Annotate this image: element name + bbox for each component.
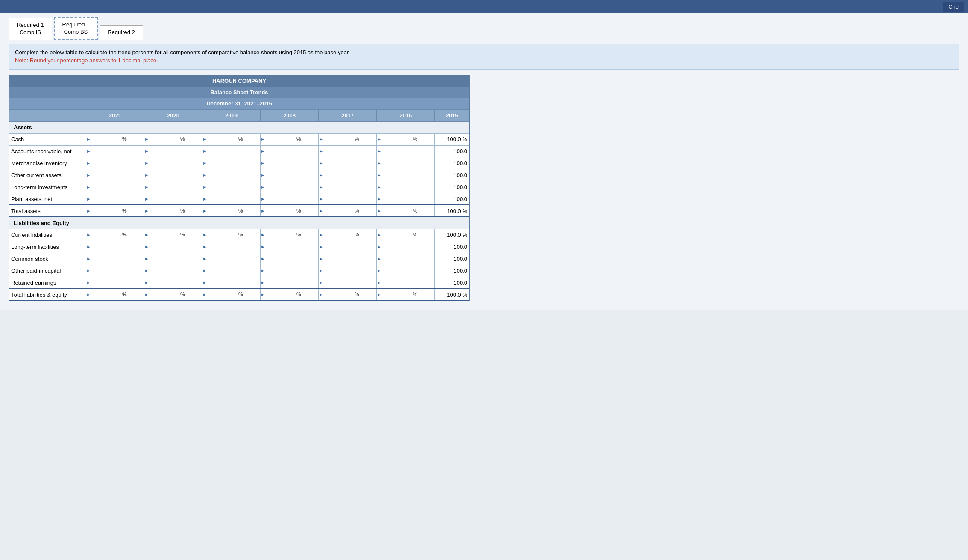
tab-required1-comp-bs[interactable]: Required 1 Comp BS bbox=[54, 17, 98, 40]
input-cell-oca-2017[interactable]: ► bbox=[319, 169, 377, 181]
input-cell-cs-2018[interactable]: ► bbox=[261, 253, 319, 265]
input-opic-2017[interactable] bbox=[324, 265, 354, 276]
input-cell-ar-2020[interactable]: ► bbox=[144, 145, 202, 157]
input-ar-2021[interactable] bbox=[91, 146, 121, 156]
input-cs-2019[interactable] bbox=[208, 254, 238, 264]
input-re-2016[interactable] bbox=[382, 277, 412, 288]
input-cell-re-2020[interactable]: ► bbox=[144, 277, 202, 289]
input-cell-re-2018[interactable]: ► bbox=[261, 277, 319, 289]
input-ar-2018[interactable] bbox=[266, 146, 296, 156]
input-cell-opic-2019[interactable]: ► bbox=[202, 265, 261, 277]
input-cell-lti-2016[interactable]: ► bbox=[377, 181, 435, 193]
input-cs-2021[interactable] bbox=[91, 254, 121, 264]
input-cell-cl-2019[interactable]: ► % bbox=[202, 229, 261, 241]
input-cell-ar-2017[interactable]: ► bbox=[319, 145, 377, 157]
input-cl-2020[interactable] bbox=[150, 230, 179, 240]
input-lti-2019[interactable] bbox=[208, 182, 238, 192]
input-cell-lti-2017[interactable]: ► bbox=[319, 181, 377, 193]
input-cell-tle-2016[interactable]: ► % bbox=[377, 289, 435, 300]
input-cs-2018[interactable] bbox=[266, 254, 296, 264]
input-cell-oca-2018[interactable]: ► bbox=[261, 169, 319, 181]
input-cell-lti-2018[interactable]: ► bbox=[261, 181, 319, 193]
input-oca-2017[interactable] bbox=[324, 170, 354, 180]
input-opic-2018[interactable] bbox=[266, 265, 296, 276]
input-cell-cash-2019[interactable]: ► % bbox=[202, 133, 261, 145]
input-ll-2018[interactable] bbox=[266, 242, 296, 252]
input-cell-cl-2020[interactable]: ► % bbox=[144, 229, 202, 241]
input-oca-2016[interactable] bbox=[382, 170, 412, 180]
input-ar-2017[interactable] bbox=[324, 146, 354, 156]
input-cell-mi-2016[interactable]: ► bbox=[377, 157, 435, 169]
input-cash-2021[interactable] bbox=[91, 134, 121, 144]
input-cell-tle-2019[interactable]: ► % bbox=[202, 289, 261, 300]
input-lti-2021[interactable] bbox=[91, 182, 121, 192]
input-cell-ta-2021[interactable]: ► % bbox=[86, 205, 144, 217]
input-cell-ar-2021[interactable]: ► bbox=[86, 145, 144, 157]
input-oca-2018[interactable] bbox=[266, 170, 296, 180]
input-opic-2021[interactable] bbox=[91, 265, 121, 276]
input-mi-2017[interactable] bbox=[324, 158, 354, 168]
input-tle-2017[interactable] bbox=[324, 289, 354, 300]
input-ta-2021[interactable] bbox=[91, 206, 121, 216]
input-cell-opic-2018[interactable]: ► bbox=[261, 265, 319, 277]
input-ll-2021[interactable] bbox=[91, 242, 121, 252]
input-re-2019[interactable] bbox=[208, 277, 238, 288]
input-cell-pa-2020[interactable]: ► bbox=[144, 193, 202, 205]
input-cell-ar-2018[interactable]: ► bbox=[261, 145, 319, 157]
input-mi-2019[interactable] bbox=[208, 158, 238, 168]
input-cell-opic-2017[interactable]: ► bbox=[319, 265, 377, 277]
input-cell-cash-2016[interactable]: ► % bbox=[377, 133, 435, 145]
input-cell-opic-2021[interactable]: ► bbox=[86, 265, 144, 277]
input-cell-pa-2018[interactable]: ► bbox=[261, 193, 319, 205]
input-cell-oca-2016[interactable]: ► bbox=[377, 169, 435, 181]
input-lti-2018[interactable] bbox=[266, 182, 296, 192]
input-cell-tle-2021[interactable]: ► % bbox=[86, 289, 144, 300]
input-cell-cl-2021[interactable]: ► % bbox=[86, 229, 144, 241]
input-opic-2016[interactable] bbox=[382, 265, 412, 276]
input-cell-cs-2020[interactable]: ► bbox=[144, 253, 202, 265]
input-cell-cash-2020[interactable]: ► % bbox=[144, 133, 202, 145]
input-cell-cash-2018[interactable]: ► % bbox=[261, 133, 319, 145]
input-ll-2020[interactable] bbox=[150, 242, 179, 252]
input-cell-pa-2019[interactable]: ► bbox=[202, 193, 261, 205]
input-tle-2016[interactable] bbox=[382, 289, 412, 300]
input-cell-ll-2020[interactable]: ► bbox=[144, 241, 202, 253]
check-button[interactable]: Che bbox=[943, 2, 964, 12]
input-cell-cs-2017[interactable]: ► bbox=[319, 253, 377, 265]
input-cell-ta-2018[interactable]: ► % bbox=[261, 205, 319, 217]
input-lti-2020[interactable] bbox=[150, 182, 179, 192]
input-re-2020[interactable] bbox=[150, 277, 179, 288]
input-cell-cs-2016[interactable]: ► bbox=[377, 253, 435, 265]
input-mi-2016[interactable] bbox=[382, 158, 412, 168]
input-cell-mi-2021[interactable]: ► bbox=[86, 157, 144, 169]
input-cl-2018[interactable] bbox=[266, 230, 296, 240]
input-cell-ll-2016[interactable]: ► bbox=[377, 241, 435, 253]
input-re-2018[interactable] bbox=[266, 277, 296, 288]
input-cell-ll-2017[interactable]: ► bbox=[319, 241, 377, 253]
tab-required2[interactable]: Required 2 bbox=[100, 25, 143, 40]
input-cell-cl-2016[interactable]: ► % bbox=[377, 229, 435, 241]
input-ar-2020[interactable] bbox=[150, 146, 179, 156]
input-cl-2017[interactable] bbox=[324, 230, 354, 240]
input-cl-2021[interactable] bbox=[91, 230, 121, 240]
input-cell-ll-2018[interactable]: ► bbox=[261, 241, 319, 253]
input-mi-2020[interactable] bbox=[150, 158, 179, 168]
input-cell-tle-2017[interactable]: ► % bbox=[319, 289, 377, 300]
input-tle-2018[interactable] bbox=[266, 289, 296, 300]
input-cell-cl-2018[interactable]: ► % bbox=[261, 229, 319, 241]
input-cash-2016[interactable] bbox=[382, 134, 412, 144]
input-cell-cs-2019[interactable]: ► bbox=[202, 253, 261, 265]
input-cell-ar-2019[interactable]: ► bbox=[202, 145, 261, 157]
input-pa-2021[interactable] bbox=[91, 194, 121, 204]
input-ta-2016[interactable] bbox=[382, 206, 412, 216]
input-ta-2020[interactable] bbox=[150, 206, 179, 216]
input-cell-ll-2021[interactable]: ► bbox=[86, 241, 144, 253]
input-cl-2016[interactable] bbox=[382, 230, 412, 240]
input-cell-ta-2019[interactable]: ► % bbox=[202, 205, 261, 217]
input-mi-2021[interactable] bbox=[91, 158, 121, 168]
input-cs-2017[interactable] bbox=[324, 254, 354, 264]
input-cell-oca-2019[interactable]: ► bbox=[202, 169, 261, 181]
input-cell-mi-2020[interactable]: ► bbox=[144, 157, 202, 169]
input-cell-cash-2021[interactable]: ► % bbox=[86, 133, 144, 145]
input-cell-cs-2021[interactable]: ► bbox=[86, 253, 144, 265]
